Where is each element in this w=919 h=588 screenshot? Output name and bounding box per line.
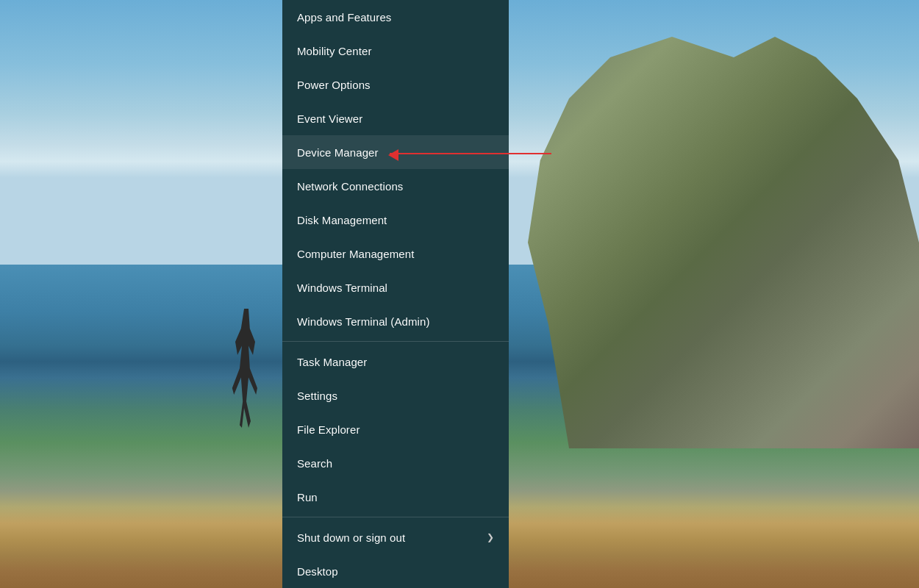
- menu-item-label: Mobility Center: [297, 45, 372, 57]
- menu-item-label: Windows Terminal: [297, 282, 387, 294]
- menu-item-label: Windows Terminal (Admin): [297, 315, 430, 328]
- menu-item-label: Apps and Features: [297, 11, 391, 24]
- menu-item-power-options[interactable]: Power Options: [282, 68, 509, 101]
- menu-item-windows-terminal[interactable]: Windows Terminal: [282, 270, 509, 304]
- context-menu: Apps and FeaturesMobility CenterPower Op…: [282, 0, 509, 588]
- menu-item-label: Settings: [297, 390, 337, 402]
- menu-item-label: File Explorer: [297, 423, 360, 436]
- menu-item-shut-down-sign-out[interactable]: Shut down or sign out❯: [282, 520, 509, 554]
- menu-item-device-manager[interactable]: Device Manager: [282, 135, 509, 169]
- menu-item-task-manager[interactable]: Task Manager: [282, 345, 509, 379]
- menu-item-label: Power Options: [297, 79, 371, 91]
- menu-item-network-connections[interactable]: Network Connections: [282, 169, 509, 203]
- menu-item-label: Task Manager: [297, 356, 367, 368]
- menu-item-windows-terminal-admin[interactable]: Windows Terminal (Admin): [282, 304, 509, 338]
- rock-formation: [507, 37, 919, 448]
- menu-item-settings[interactable]: Settings: [282, 379, 509, 412]
- menu-item-apps-features[interactable]: Apps and Features: [282, 0, 509, 34]
- submenu-chevron-icon: ❯: [487, 532, 494, 542]
- menu-item-label: Device Manager: [297, 146, 379, 159]
- menu-item-run[interactable]: Run: [282, 480, 509, 514]
- menu-item-label: Disk Management: [297, 214, 387, 226]
- menu-item-file-explorer[interactable]: File Explorer: [282, 412, 509, 446]
- menu-item-mobility-center[interactable]: Mobility Center: [282, 34, 509, 68]
- menu-item-desktop[interactable]: Desktop: [282, 554, 509, 588]
- menu-item-label: Search: [297, 457, 332, 470]
- menu-item-computer-management[interactable]: Computer Management: [282, 237, 509, 270]
- menu-item-event-viewer[interactable]: Event Viewer: [282, 101, 509, 135]
- menu-item-label: Shut down or sign out: [297, 531, 405, 544]
- menu-divider: [282, 517, 509, 517]
- menu-item-disk-management[interactable]: Disk Management: [282, 203, 509, 237]
- menu-divider: [282, 341, 509, 342]
- menu-item-label: Computer Management: [297, 248, 414, 260]
- menu-item-search[interactable]: Search: [282, 446, 509, 480]
- menu-item-label: Event Viewer: [297, 112, 362, 125]
- menu-item-label: Desktop: [297, 565, 338, 578]
- menu-item-label: Network Connections: [297, 180, 403, 193]
- menu-item-label: Run: [297, 491, 318, 503]
